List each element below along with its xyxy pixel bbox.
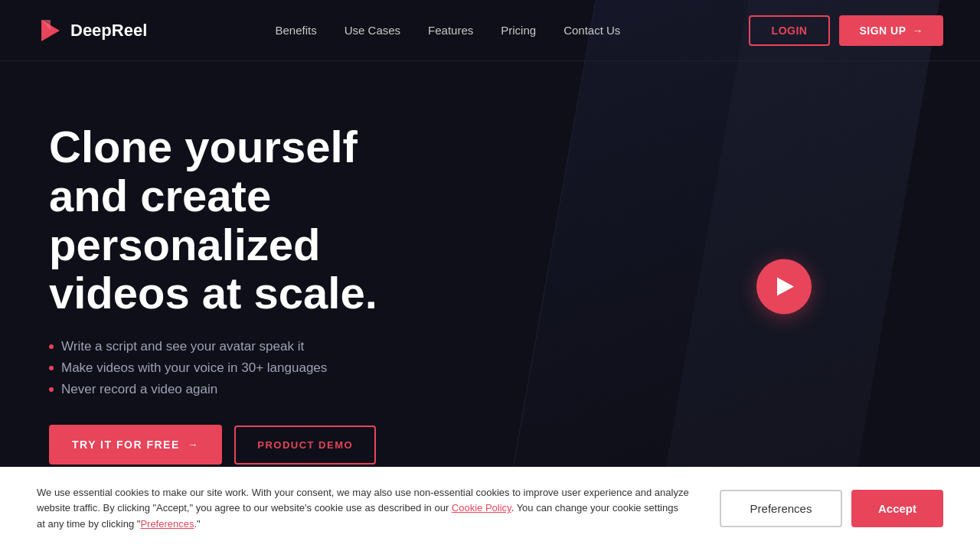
accept-button[interactable]: Accept — [851, 490, 943, 527]
hero-section: Clone yourself and create personalized v… — [0, 61, 475, 465]
nav-actions: LOGIN SIGN UP → — [749, 15, 943, 46]
cookie-buttons: Preferences Accept — [720, 490, 943, 527]
logo-icon — [37, 17, 64, 44]
bullet-1: Write a script and see your avatar speak… — [49, 339, 426, 354]
product-demo-button[interactable]: PRODUCT DEMO — [234, 425, 376, 465]
nav-use-cases[interactable]: Use Cases — [345, 24, 400, 37]
hero-bullets: Write a script and see your avatar speak… — [49, 339, 426, 397]
nav-benefits[interactable]: Benefits — [276, 24, 317, 37]
brand-name: DeepReel — [70, 21, 147, 41]
cookie-text: We use essential cookies to make our sit… — [37, 485, 689, 533]
hero-title: Clone yourself and create personalized v… — [49, 122, 426, 318]
bullet-dot-icon — [49, 387, 54, 392]
signup-button[interactable]: SIGN UP → — [839, 15, 943, 46]
preferences-inline-link[interactable]: Preferences — [140, 518, 194, 530]
preferences-button[interactable]: Preferences — [720, 490, 842, 527]
nav-contact[interactable]: Contact Us — [564, 24, 620, 37]
bullet-3: Never record a video again — [49, 382, 426, 397]
nav-pricing[interactable]: Pricing — [501, 24, 536, 37]
nav-links: Benefits Use Cases Features Pricing Cont… — [276, 24, 621, 37]
try-free-arrow-icon: → — [188, 439, 200, 451]
bullet-2: Make videos with your voice in 30+ langu… — [49, 360, 426, 376]
cookie-banner: We use essential cookies to make our sit… — [0, 467, 980, 551]
nav-features[interactable]: Features — [428, 24, 473, 37]
play-triangle-icon — [777, 277, 794, 295]
hero-buttons: TRY IT FOR FREE → PRODUCT DEMO — [49, 425, 426, 465]
cookie-policy-link[interactable]: Cookie Policy — [452, 502, 511, 514]
logo-link[interactable]: DeepReel — [37, 17, 147, 44]
try-free-button[interactable]: TRY IT FOR FREE → — [49, 425, 222, 465]
bullet-dot-icon — [49, 366, 54, 370]
play-button[interactable] — [756, 259, 812, 314]
login-button[interactable]: LOGIN — [749, 15, 831, 46]
bullet-dot-icon — [49, 344, 54, 349]
play-button-container — [756, 259, 812, 314]
navbar: DeepReel Benefits Use Cases Features Pri… — [0, 0, 980, 61]
signup-arrow-icon: → — [913, 24, 924, 37]
